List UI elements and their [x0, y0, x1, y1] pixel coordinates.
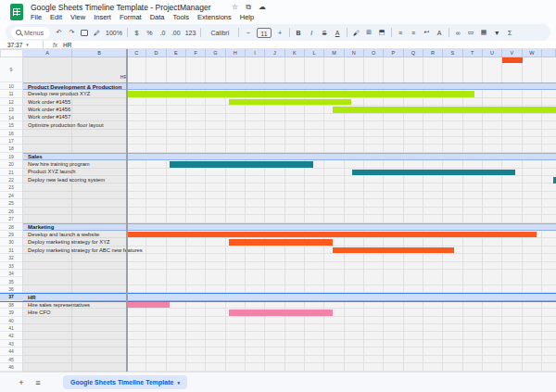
row-header-28[interactable]: 28 [0, 223, 22, 231]
increase-decimal-button[interactable]: .00 [171, 30, 181, 36]
all-sheets-button[interactable]: ≡ [30, 378, 46, 387]
task-cell-row-20[interactable]: New hire training program [28, 161, 90, 167]
row-header-18[interactable]: 18 [0, 145, 22, 152]
functions-button[interactable]: Σ [506, 30, 514, 36]
paint-format-button[interactable]: 🖉 [93, 30, 101, 36]
row-header-33[interactable]: 33 [0, 262, 22, 270]
row-header-44[interactable]: 44 [0, 348, 22, 355]
name-box[interactable]: 37:37 ▾ [0, 42, 43, 48]
column-header-A[interactable]: A [23, 49, 72, 57]
column-header-W[interactable]: W [523, 49, 542, 57]
timeline-header-row[interactable] [127, 57, 556, 82]
section-row-28[interactable]: Marketing [23, 223, 556, 231]
column-header-V[interactable]: V [502, 49, 522, 57]
timeline-bar-row-22[interactable] [553, 177, 556, 183]
bold-button[interactable]: B [295, 30, 303, 36]
row-header-22[interactable]: 22 [0, 176, 22, 183]
create-filter-button[interactable]: ▼ [493, 30, 501, 36]
menus-search-button[interactable]: Menus [11, 27, 50, 39]
timeline-bar-row-11[interactable] [127, 91, 474, 97]
strikethrough-button[interactable]: S [321, 30, 329, 36]
fill-color-button[interactable]: 🖌 [352, 30, 360, 36]
menu-format[interactable]: Format [120, 13, 142, 21]
column-header-H[interactable]: H [226, 49, 246, 57]
move-folder-icon[interactable]: ⧉ [246, 3, 251, 12]
row-header-29[interactable]: 29 [0, 231, 22, 238]
column-header-P[interactable]: P [384, 49, 403, 57]
row-header-45[interactable]: 45 [0, 356, 22, 363]
row-header-38[interactable]: 38 [0, 301, 22, 309]
row-header-46[interactable]: 46 [0, 363, 22, 371]
timeline-bar-row-30[interactable] [229, 239, 333, 246]
column-header-I[interactable]: I [246, 49, 265, 57]
row-header-9[interactable]: 9 [0, 57, 22, 82]
column-header-M[interactable]: M [324, 49, 344, 57]
timeline-bar-row-29[interactable] [127, 232, 537, 238]
font-size-input[interactable]: 11 [257, 28, 271, 38]
row-header-13[interactable]: 13 [0, 106, 22, 113]
task-cell-row-15[interactable]: Optimize production floor layout [28, 122, 104, 128]
column-header-N[interactable]: N [345, 49, 364, 57]
row-header-34[interactable]: 34 [0, 270, 22, 277]
column-header-T[interactable]: T [463, 49, 483, 57]
row-header-42[interactable]: 42 [0, 332, 22, 339]
column-header-S[interactable]: S [443, 49, 462, 57]
section-row-10[interactable]: Product Development & Production [23, 82, 556, 90]
column-header-E[interactable]: E [167, 49, 186, 57]
task-cell-row-12[interactable]: Work order #1455 [28, 99, 70, 105]
timeline-bar-row-39[interactable] [229, 310, 333, 316]
task-cell-row-30[interactable]: Deploy marketing strategy for XYZ [28, 239, 110, 245]
row-header-11[interactable]: 11 [0, 90, 22, 97]
format-currency-button[interactable]: $ [133, 30, 141, 36]
menu-tools[interactable]: Tools [173, 13, 190, 21]
column-header-J[interactable]: J [265, 49, 284, 57]
column-header-partial[interactable] [542, 49, 556, 57]
row-header-27[interactable]: 27 [0, 215, 22, 222]
timeline-bar-row-20[interactable] [170, 161, 313, 168]
task-cell-row-13[interactable]: Work order #1456 [28, 107, 70, 112]
add-sheet-button[interactable]: + [13, 378, 30, 387]
menu-data[interactable]: Data [150, 13, 165, 21]
format-percent-button[interactable]: % [145, 30, 154, 36]
font-family-select[interactable]: Calibri [206, 30, 234, 36]
column-header-G[interactable]: G [206, 49, 225, 57]
row-header-17[interactable]: 17 [0, 137, 22, 145]
borders-button[interactable]: ⊞ [365, 29, 373, 36]
italic-button[interactable]: I [308, 30, 316, 36]
timeline-bar-row-21[interactable] [352, 170, 515, 176]
task-cell-row-22[interactable]: Deploy new lead scoring system [28, 177, 105, 183]
insert-chart-button[interactable]: ▦ [480, 29, 488, 36]
redo-button[interactable]: ↷ [68, 29, 76, 36]
document-title[interactable]: Google Sheets Timeline Template - Projec… [31, 3, 211, 12]
column-header-B[interactable]: B [72, 49, 127, 57]
row-header-40[interactable]: 40 [0, 317, 22, 324]
decrease-decimal-button[interactable]: .0 [158, 30, 167, 36]
row-header-36[interactable]: 36 [0, 285, 22, 293]
task-cell-row-14[interactable]: Work order #1457 [28, 114, 70, 120]
row-header-12[interactable]: 12 [0, 98, 22, 106]
task-cell-row-11[interactable]: Develop new product XYZ [28, 91, 90, 96]
column-header-D[interactable]: D [146, 49, 166, 57]
insert-comment-button[interactable]: ▭ [467, 29, 475, 36]
row-header-37[interactable]: 37 [0, 293, 22, 300]
row-header-30[interactable]: 30 [0, 238, 22, 246]
row-header-35[interactable]: 35 [0, 278, 22, 285]
more-formats-button[interactable]: 123 [185, 30, 196, 36]
task-cell-row-38[interactable]: Hire sales representatives [28, 302, 90, 308]
menu-view[interactable]: View [70, 13, 85, 21]
column-header-L[interactable]: L [305, 49, 324, 57]
menu-help[interactable]: Help [240, 13, 254, 21]
menu-insert[interactable]: Insert [94, 13, 111, 21]
row-header-25[interactable]: 25 [0, 199, 22, 207]
font-size-decrease-button[interactable]: − [244, 30, 252, 36]
row-header-26[interactable]: 26 [0, 208, 22, 215]
undo-button[interactable]: ↶ [55, 29, 63, 36]
row-header-31[interactable]: 31 [0, 247, 22, 254]
zoom-select[interactable]: 100% [106, 30, 122, 36]
text-wrap-button[interactable]: ↩ [423, 29, 431, 36]
text-color-button[interactable]: A [334, 30, 342, 36]
row-header-10[interactable]: 10 [0, 82, 22, 90]
section-row-19[interactable]: Sales [23, 153, 556, 160]
frozen-pane-divider[interactable] [126, 49, 128, 372]
horizontal-align-button[interactable]: ≡ [397, 30, 405, 36]
